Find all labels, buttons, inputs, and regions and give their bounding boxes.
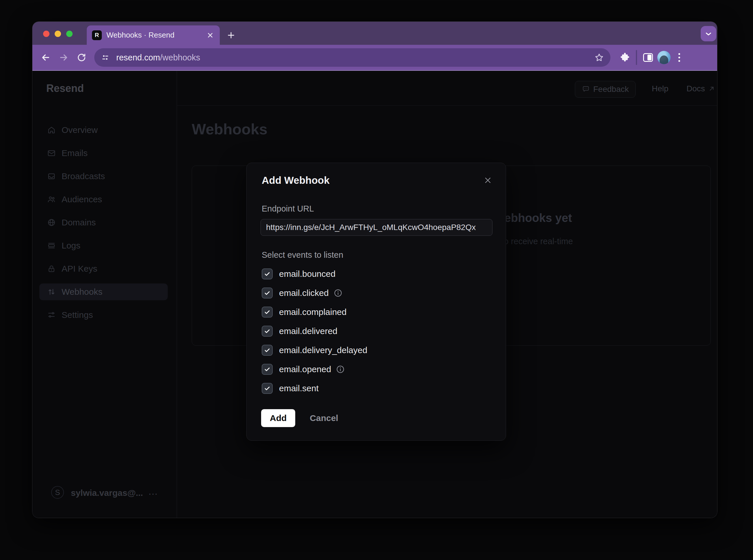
tab-title: Webhooks · Resend <box>107 31 206 40</box>
feedback-label: Feedback <box>593 85 629 94</box>
sidebar-item-label: Domains <box>62 218 96 227</box>
browser-window: R Webhooks · Resend <box>32 22 717 518</box>
event-label: email.opened <box>279 364 331 374</box>
docs-label: Docs <box>687 84 705 93</box>
browser-tab[interactable]: R Webhooks · Resend <box>87 25 220 45</box>
users-icon <box>47 195 56 204</box>
sidebar-item-label: API Keys <box>62 264 97 274</box>
toolbar-right-icons <box>619 50 685 65</box>
modal-close-icon[interactable] <box>483 175 493 185</box>
account-email: sylwia.vargas@... <box>71 488 143 498</box>
info-icon[interactable] <box>333 288 343 298</box>
rows-icon <box>47 241 56 250</box>
globe-icon <box>47 218 56 227</box>
event-row: email.delivery_delayed <box>262 344 367 356</box>
address-bar[interactable]: resend.com/webhooks <box>94 48 611 67</box>
feedback-bubble-icon <box>582 85 590 93</box>
sidebar-item-emails[interactable]: Emails <box>32 145 177 162</box>
account-menu-icon[interactable]: … <box>148 486 158 497</box>
add-webhook-modal: Add Webhook Endpoint URL https://inn.gs/… <box>246 163 506 441</box>
feedback-button[interactable]: Feedback <box>575 81 636 98</box>
modal-title: Add Webhook <box>262 175 330 186</box>
checkbox-checked-icon[interactable] <box>262 268 273 279</box>
add-button[interactable]: Add <box>261 409 295 427</box>
sidebar-item-audiences[interactable]: Audiences <box>32 191 177 208</box>
sidebar-item-label: Audiences <box>62 195 102 204</box>
event-row: email.clicked <box>262 287 367 299</box>
endpoint-url-input[interactable]: https://inn.gs/e/JcH_ArwFTHyL_oMLqKcwO4h… <box>260 219 493 236</box>
back-icon[interactable] <box>39 51 52 64</box>
event-label: email.clicked <box>279 288 329 298</box>
tab-strip: R Webhooks · Resend <box>32 22 717 45</box>
sidebar-item-label: Logs <box>62 241 80 251</box>
forward-icon[interactable] <box>57 51 70 64</box>
modal-actions: Add Cancel <box>261 409 340 427</box>
account-row[interactable]: S sylwia.vargas@... … <box>32 485 177 502</box>
extensions-icon[interactable] <box>619 51 631 64</box>
external-link-icon <box>708 85 715 93</box>
sidebar-item-label: Emails <box>62 148 88 158</box>
event-label: email.bounced <box>279 269 335 279</box>
tab-search-chevron-button[interactable] <box>701 26 716 41</box>
event-label: email.delivery_delayed <box>279 345 367 355</box>
cancel-button[interactable]: Cancel <box>308 413 340 423</box>
event-label: email.delivered <box>279 326 337 336</box>
resend-logo: Resend <box>46 82 84 95</box>
checkbox-checked-icon[interactable] <box>262 306 273 318</box>
sidebar-item-logs[interactable]: Logs <box>32 237 177 254</box>
url-domain: resend.com <box>116 53 160 62</box>
bookmark-star-icon[interactable] <box>594 52 605 63</box>
event-label: email.complained <box>279 307 346 317</box>
tab-close-icon[interactable] <box>206 31 215 40</box>
sidebar-item-webhooks[interactable]: Webhooks <box>39 283 168 300</box>
toolbar-divider <box>636 50 637 65</box>
reload-icon[interactable] <box>75 51 88 64</box>
event-row: email.complained <box>262 306 367 318</box>
sidebar-item-label: Settings <box>62 310 93 320</box>
sidebar-item-overview[interactable]: Overview <box>32 122 177 138</box>
sliders-icon <box>47 311 56 320</box>
url-path: /webhooks <box>160 53 200 62</box>
new-tab-button[interactable] <box>226 30 236 41</box>
checkbox-checked-icon[interactable] <box>262 287 273 299</box>
help-link[interactable]: Help <box>652 84 669 93</box>
events-label: Select events to listen <box>262 250 343 260</box>
minimize-window-button[interactable] <box>55 31 61 37</box>
sidebar-item-label: Overview <box>62 125 98 135</box>
checkbox-checked-icon[interactable] <box>262 383 273 394</box>
lock-icon <box>47 264 56 273</box>
home-icon <box>47 125 56 135</box>
sidebar-item-label: Broadcasts <box>62 171 105 181</box>
account-avatar: S <box>51 486 64 499</box>
sidebar-item-broadcasts[interactable]: Broadcasts <box>32 168 177 185</box>
tab-favicon: R <box>92 31 102 40</box>
close-window-button[interactable] <box>43 31 50 37</box>
checkbox-checked-icon[interactable] <box>262 364 273 375</box>
url-text: resend.com/webhooks <box>116 53 594 62</box>
maximize-window-button[interactable] <box>66 31 73 37</box>
event-row: email.opened <box>262 363 367 375</box>
profile-avatar[interactable] <box>657 51 671 64</box>
browser-menu-icon[interactable] <box>674 51 685 64</box>
inbox-icon <box>47 172 56 181</box>
site-settings-icon[interactable] <box>100 52 111 63</box>
events-list: email.bounced email.clicked email.compla… <box>262 268 367 394</box>
side-panel-icon[interactable] <box>642 51 654 64</box>
checkbox-checked-icon[interactable] <box>262 345 273 356</box>
sidebar-item-domains[interactable]: Domains <box>32 214 177 231</box>
event-row: email.sent <box>262 383 367 394</box>
sidebar-item-api-keys[interactable]: API Keys <box>32 260 177 277</box>
sidebar-item-settings[interactable]: Settings <box>32 306 177 323</box>
docs-link[interactable]: Docs <box>687 84 715 93</box>
endpoint-url-label: Endpoint URL <box>262 204 314 214</box>
info-icon[interactable] <box>336 365 345 374</box>
arrows-updown-icon <box>47 287 56 297</box>
checkbox-checked-icon[interactable] <box>262 326 273 337</box>
envelope-icon <box>47 148 56 158</box>
sidebar: Resend Overview Emails Broadcasts Audien… <box>32 71 177 518</box>
sidebar-item-label: Webhooks <box>62 287 102 297</box>
event-row: email.delivered <box>262 325 367 337</box>
event-row: email.bounced <box>262 268 367 280</box>
page-title: Webhooks <box>192 120 268 138</box>
browser-toolbar: resend.com/webhooks <box>32 45 717 71</box>
